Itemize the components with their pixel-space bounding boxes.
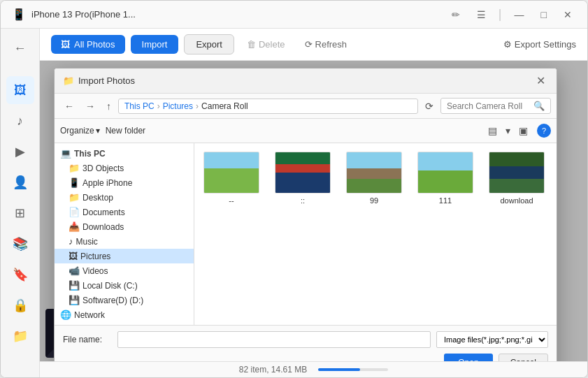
file-thumb-1	[203, 152, 259, 194]
photos-icon: 🖼	[61, 39, 70, 50]
sidebar-apps-icon[interactable]: ⊞	[6, 199, 34, 227]
new-folder-button[interactable]: New folder	[106, 126, 145, 136]
organize-button[interactable]: Organize ▾	[60, 126, 100, 136]
file-name-3: 99	[370, 196, 378, 205]
dialog-nav-bar: ← → ↑ This PC › Pictures › Camera Roll ⟳	[55, 94, 557, 119]
music-icon: ♪	[69, 236, 73, 247]
delete-button[interactable]: 🗑 Delete	[240, 35, 292, 54]
file-name-1: --	[229, 196, 234, 205]
export-button[interactable]: Export	[184, 34, 234, 54]
status-bar: 82 item, 14.61 MB	[40, 361, 587, 377]
help-button[interactable]: ?	[537, 124, 551, 138]
file-item-4[interactable]: 111	[414, 149, 477, 208]
tree-item-local-disk-c[interactable]: 💾 Local Disk (C:)	[55, 278, 194, 293]
file-item-2[interactable]: ::	[271, 149, 334, 208]
content-area: 🖼 All Photos Import Export 🗑 Delete ⟳ Re…	[40, 29, 587, 377]
nav-up-button[interactable]: ↑	[102, 99, 115, 114]
minimize-button[interactable]: —	[510, 8, 529, 22]
tree-item-videos[interactable]: 📹 Videos	[55, 263, 194, 278]
file-thumb-5	[489, 152, 545, 194]
sidebar-books-icon[interactable]: 📚	[6, 230, 34, 258]
sidebar-bookmark-icon[interactable]: 🔖	[6, 261, 34, 289]
toolbar: 🖼 All Photos Import Export 🗑 Delete ⟳ Re…	[40, 29, 587, 61]
title-bar-controls: ✏ ☰ | — □ ✕	[447, 7, 576, 22]
refresh-icon: ⟳	[305, 39, 313, 50]
sidebar-icons: ← 🖼 ♪ ▶ 👤 ⊞ 📚 🔖 🔒 📁	[1, 29, 40, 377]
status-text: 82 item, 14.61 MB	[239, 365, 307, 375]
file-item-1[interactable]: --	[200, 149, 263, 208]
sidebar-video-icon[interactable]: ▶	[6, 138, 34, 166]
status-progress-fill	[318, 368, 360, 371]
file-grid: -- ::	[194, 143, 557, 325]
import-dialog: 📁 Import Photos ✕ ← → ↑ This PC	[54, 68, 557, 361]
dialog-body: 💻 This PC 📁 3D Objects 📱 Apple iPhone	[55, 143, 557, 325]
organize-chevron-icon: ▾	[96, 126, 100, 136]
file-thumb-4	[417, 152, 473, 194]
all-photos-button[interactable]: 🖼 All Photos	[51, 35, 125, 54]
file-thumb-2	[275, 152, 331, 194]
refresh-button[interactable]: ⟳ Refresh	[298, 35, 354, 54]
tree-item-this-pc[interactable]: 💻 This PC	[55, 146, 194, 161]
folder-icon: 📁	[69, 163, 80, 173]
file-name-5: download	[500, 196, 533, 205]
breadcrumb-item-pc[interactable]: This PC	[124, 101, 155, 111]
file-name-4: 111	[439, 196, 452, 205]
delete-icon: 🗑	[247, 39, 256, 50]
view-list-button[interactable]: ▤	[485, 123, 501, 138]
device-title: iPhone 13 Pro(iPhone 1...	[31, 9, 136, 20]
dialog-footer: File name: Image files(*.jpg;*.png;*.gif…	[55, 325, 557, 361]
menu-button[interactable]: ☰	[473, 8, 490, 22]
tree-item-3d-objects[interactable]: 📁 3D Objects	[55, 161, 194, 175]
view-buttons: ▤ ▾ ▣	[485, 123, 531, 138]
sidebar-contacts-icon[interactable]: 👤	[6, 168, 34, 196]
export-settings-button[interactable]: ⚙ Export Settings	[503, 39, 576, 50]
filename-row: File name: Image files(*.jpg;*.png;*.gif…	[63, 331, 548, 348]
sidebar-music-icon[interactable]: ♪	[6, 107, 34, 135]
settings-icon: ⚙	[503, 39, 512, 50]
view-grid-button[interactable]: ▣	[515, 123, 531, 138]
nav-forward-button[interactable]: →	[81, 99, 99, 114]
tree-item-desktop[interactable]: 📁 Desktop	[55, 190, 194, 205]
tree-item-downloads[interactable]: 📥 Downloads	[55, 219, 194, 234]
dialog-close-button[interactable]: ✕	[533, 74, 548, 87]
view-dropdown-button[interactable]: ▾	[502, 123, 514, 138]
tree-item-music[interactable]: ♪ Music	[55, 234, 194, 249]
search-input[interactable]	[447, 101, 531, 111]
filetype-select[interactable]: Image files(*.jpg;*.png;*.gif;*.m	[436, 331, 548, 348]
import-button[interactable]: Import	[131, 35, 179, 54]
nav-back-button[interactable]: ←	[60, 99, 78, 114]
cancel-button[interactable]: Cancel	[499, 354, 548, 361]
sidebar-file-icon[interactable]: 📁	[6, 322, 34, 350]
tree-item-apple-iphone[interactable]: 📱 Apple iPhone	[55, 175, 194, 190]
tree-item-pictures[interactable]: 🖼 Pictures	[55, 249, 194, 263]
status-progress-bar	[318, 368, 388, 371]
separator: |	[499, 7, 502, 22]
file-item-5[interactable]: download	[485, 149, 548, 208]
sidebar-lock-icon[interactable]: 🔒	[6, 291, 34, 319]
photos-area: 📁 Import Photos ✕ ← → ↑ This PC	[40, 61, 587, 361]
pc-icon: 💻	[60, 148, 71, 159]
close-button[interactable]: ✕	[559, 8, 576, 22]
nav-refresh-button[interactable]: ⟳	[421, 99, 438, 114]
tree-item-documents[interactable]: 📄 Documents	[55, 205, 194, 219]
pen-button[interactable]: ✏	[447, 8, 464, 22]
file-tree: 💻 This PC 📁 3D Objects 📱 Apple iPhone	[55, 143, 194, 325]
tree-item-software-d[interactable]: 💾 Software(D) (D:)	[55, 293, 194, 307]
title-bar: 📱 iPhone 13 Pro(iPhone 1... ✏ ☰ | — □ ✕	[1, 1, 587, 29]
filename-input[interactable]	[117, 331, 431, 348]
sidebar-photos-icon[interactable]: 🖼	[6, 76, 34, 104]
sidebar-back-icon[interactable]: ←	[6, 34, 34, 62]
maximize-button[interactable]: □	[537, 8, 551, 22]
title-bar-left: 📱 iPhone 13 Pro(iPhone 1...	[12, 8, 136, 21]
tree-item-network[interactable]: 🌐 Network	[55, 307, 194, 322]
dialog-folder-icon: 📁	[63, 75, 74, 86]
device-icon: 📱	[12, 8, 26, 21]
dialog-title-left: 📁 Import Photos	[63, 75, 135, 86]
disk-c-icon: 💾	[69, 280, 80, 291]
file-name-2: ::	[301, 196, 305, 205]
file-item-3[interactable]: 99	[343, 149, 406, 208]
disk-d-icon: 💾	[69, 295, 80, 305]
phone-icon: 📱	[69, 177, 80, 188]
breadcrumb-item-pictures[interactable]: Pictures	[163, 101, 193, 111]
open-button[interactable]: Open	[444, 354, 492, 361]
